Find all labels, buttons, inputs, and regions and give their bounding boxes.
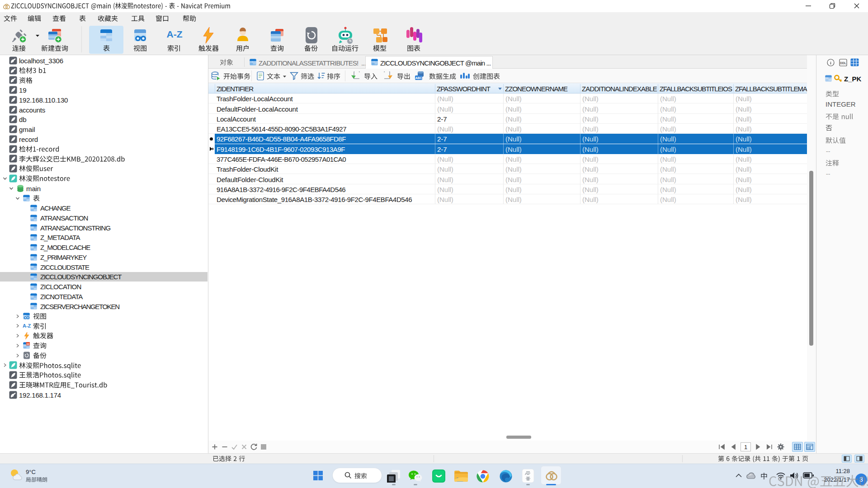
svg-text:ABC: ABC: [415, 76, 422, 80]
svg-text:DDL: DDL: [840, 61, 846, 65]
